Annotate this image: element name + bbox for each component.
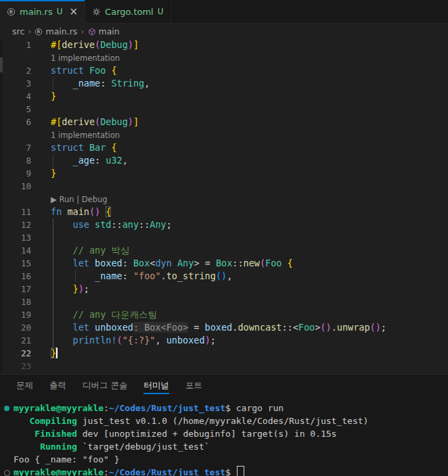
tab-cargo-toml[interactable]: Cargo.toml U (85, 0, 171, 23)
indent-guide (75, 270, 76, 283)
code-text: #[derive(Debug)] (31, 116, 139, 128)
code-text: 1 implementation (31, 51, 120, 64)
line-number: 20 (3, 321, 31, 334)
code-text (31, 231, 51, 244)
text-cursor (56, 348, 58, 358)
code-line: 14 // any 박싱 (3, 244, 448, 257)
indent-guide (53, 77, 53, 90)
line-number (3, 51, 31, 64)
panel-tab-problems[interactable]: 문제 (8, 375, 41, 397)
code-line: 21 println!("{:?}", unboxed); (3, 334, 448, 347)
terminal-line: Running `target/debug/just_test` (0, 440, 448, 453)
vscode-window: R main.rs U × Cargo.toml U src › R (0, 0, 448, 476)
line-number: 16 (3, 270, 31, 283)
line-number: 22 (3, 347, 31, 360)
code-line: 1#[derive(Debug)] (3, 39, 448, 51)
code-text: // any 다운캐스팅 (31, 308, 157, 321)
codelens[interactable]: 1 implementation (3, 128, 448, 141)
breadcrumb-label: src (12, 26, 24, 37)
line-number (3, 128, 31, 141)
code-text: } (31, 90, 56, 103)
terminal-line: myyrakle@myyrakle:~/Codes/Rust/just_test… (0, 466, 448, 476)
code-line: 19 // any 다운캐스팅 (3, 308, 448, 321)
indent-guide (53, 218, 53, 347)
code-line: 9} (3, 167, 448, 180)
code-line: 4} (3, 90, 448, 103)
code-text: _age: u32, (31, 154, 128, 167)
codelens[interactable]: 1 implementation (3, 51, 448, 64)
terminal-line: Foo { _name: "foo" } (0, 453, 448, 466)
breadcrumb: src › R main.rs › main (0, 24, 448, 39)
line-number: 13 (3, 231, 31, 244)
code-line: 20 let unboxed: Box<Foo> = boxed.downcas… (3, 321, 448, 334)
panel-tab-ports[interactable]: 포트 (177, 375, 210, 397)
code-text: #[derive(Debug)] (31, 39, 139, 51)
code-text: struct Foo { (31, 64, 117, 77)
editor-tab-bar: R main.rs U × Cargo.toml U (0, 0, 448, 24)
line-number: 15 (3, 257, 31, 270)
indent-guide (53, 154, 53, 167)
code-line: 22} (3, 347, 448, 360)
panel-tab-output[interactable]: 출력 (41, 375, 74, 397)
line-number: 10 (3, 180, 31, 193)
code-line: 7struct Bar { (3, 141, 448, 154)
tab-main-rs[interactable]: R main.rs U × (0, 0, 85, 24)
code-line: 8 _age: u32, (3, 154, 448, 167)
codelens[interactable]: ▶ Run | Debug (3, 193, 448, 206)
line-number: 12 (3, 218, 31, 231)
panel-tab-bar: 문제 출력 디버그 콘솔 터미널 포트 (0, 375, 448, 397)
code-line: 17 }); (3, 283, 448, 295)
modified-badge: U (158, 7, 164, 16)
line-number: 1 (3, 39, 31, 51)
code-line: 2struct Foo { (3, 64, 448, 77)
breadcrumb-separator: › (81, 26, 84, 37)
modified-badge: U (57, 7, 63, 16)
code-text: }); (31, 283, 89, 295)
line-number: 3 (3, 77, 31, 90)
close-icon[interactable]: × (70, 7, 79, 17)
terminal-line: Finished dev [unoptimized + debuginfo] t… (0, 427, 448, 440)
symbol-namespace-icon (88, 26, 96, 37)
line-number: 11 (3, 206, 31, 218)
line-number: 5 (3, 103, 31, 116)
line-number: 4 (3, 90, 31, 103)
bottom-panel: 문제 출력 디버그 콘솔 터미널 포트 myyrakle@myyrakle:~/… (0, 374, 448, 476)
code-text: let unboxed: Box<Foo> = boxed.downcast::… (31, 321, 386, 334)
code-text: println!("{:?}", unboxed); (31, 334, 216, 347)
panel-tab-label: 터미널 (143, 380, 169, 391)
line-number: 18 (3, 295, 31, 308)
code-text: struct Bar { (31, 141, 117, 154)
code-text: ▶ Run | Debug (31, 193, 108, 206)
code-line: 10 (3, 180, 448, 193)
svg-text:R: R (37, 29, 41, 34)
line-number: 17 (3, 283, 31, 295)
panel-tab-debug-console[interactable]: 디버그 콘솔 (74, 375, 135, 397)
code-line: 12 use std::any::Any; (3, 218, 448, 231)
code-text (31, 295, 51, 308)
tab-label: main.rs (20, 7, 53, 17)
gear-icon (92, 7, 101, 16)
breadcrumb-main-rs[interactable]: R main.rs (35, 26, 77, 37)
command-decoration-icon[interactable] (4, 470, 10, 476)
code-line: 6#[derive(Debug)] (3, 116, 448, 128)
code-text: fn main() { (31, 206, 111, 218)
terminal[interactable]: myyrakle@myyrakle:~/Codes/Rust/just_test… (0, 402, 448, 476)
breadcrumb-symbol-main[interactable]: main (88, 26, 120, 37)
tab-label: Cargo.toml (105, 7, 154, 17)
rust-icon: R (7, 7, 16, 16)
code-line: 5 (3, 103, 448, 116)
code-text: } (31, 167, 56, 180)
command-decoration-icon[interactable] (4, 406, 9, 411)
breadcrumb-separator: › (28, 26, 31, 37)
editor[interactable]: 1#[derive(Debug)]1 implementation2struct… (0, 39, 448, 374)
breadcrumb-label: main.rs (45, 26, 77, 37)
rust-icon: R (35, 26, 43, 37)
line-number: 14 (3, 244, 31, 257)
code-line: 23 (3, 360, 448, 373)
panel-tab-label: 포트 (185, 380, 202, 391)
breadcrumb-src[interactable]: src (12, 26, 24, 37)
terminal-cursor (237, 466, 244, 476)
code-line: 13 (3, 231, 448, 244)
panel-tab-terminal[interactable]: 터미널 (135, 375, 177, 397)
line-number: 8 (3, 154, 31, 167)
